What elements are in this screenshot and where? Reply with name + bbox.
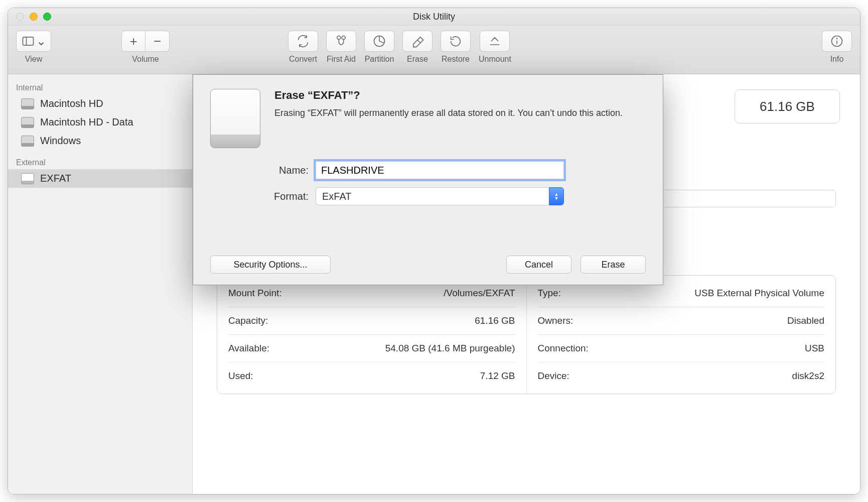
- window-title: Disk Utility: [8, 12, 860, 22]
- name-label: Name:: [210, 165, 316, 176]
- view-button[interactable]: ⌄: [16, 31, 51, 52]
- svg-point-3: [342, 36, 345, 40]
- sidebar-item-macintosh-hd[interactable]: Macintosh HD: [8, 94, 192, 113]
- erase-confirm-button[interactable]: Erase: [581, 256, 646, 274]
- remove-volume-button[interactable]: −: [146, 31, 170, 52]
- info-button[interactable]: [822, 31, 852, 52]
- erase-icon: [410, 34, 424, 48]
- info-row: Owners:Disabled: [538, 307, 825, 335]
- restore-label: Restore: [442, 55, 470, 64]
- disk-utility-window: Disk Utility ⌄ View + − Volume Conve: [8, 8, 860, 494]
- info-value: Disabled: [787, 315, 824, 326]
- sidebar-item-exfat[interactable]: EXFAT: [8, 169, 192, 188]
- plus-icon: +: [129, 34, 137, 49]
- info-col-left: Mount Point:/Volumes/EXFAT Capacity:61.1…: [217, 276, 527, 394]
- info-col-right: Type:USB External Physical Volume Owners…: [527, 276, 836, 394]
- info-value: 61.16 GB: [475, 315, 515, 326]
- unmount-button[interactable]: [480, 31, 510, 52]
- erase-dialog: Erase “EXFAT”? Erasing “EXFAT” will perm…: [193, 74, 663, 285]
- view-label: View: [25, 55, 42, 64]
- internal-disk-icon: [21, 136, 34, 147]
- first-aid-button[interactable]: [326, 31, 356, 52]
- minus-icon: −: [154, 34, 161, 49]
- info-label: Info: [830, 55, 844, 64]
- sidebar-item-macintosh-hd-data[interactable]: Macintosh HD - Data: [8, 113, 192, 132]
- sidebar-item-label: Macintosh HD - Data: [40, 116, 133, 128]
- convert-button[interactable]: [288, 31, 318, 52]
- info-icon: [830, 34, 844, 48]
- partition-button[interactable]: [364, 31, 394, 52]
- sidebar-item-label: Windows: [40, 135, 81, 147]
- info-table: Mount Point:/Volumes/EXFAT Capacity:61.1…: [217, 275, 836, 394]
- sidebar: Internal Macintosh HD Macintosh HD - Dat…: [8, 74, 193, 494]
- first-aid-icon: [334, 34, 348, 48]
- titlebar: Disk Utility: [8, 8, 860, 26]
- sidebar-item-label: EXFAT: [40, 173, 71, 184]
- partition-icon: [372, 34, 386, 48]
- sidebar-icon: [21, 34, 35, 48]
- info-row: Used:7.12 GB: [228, 362, 515, 390]
- unmount-label: Unmount: [479, 55, 511, 64]
- info-value: /Volumes/EXFAT: [444, 288, 515, 299]
- format-label: Format:: [210, 191, 316, 202]
- info-label: Device:: [538, 370, 569, 382]
- info-value: USB External Physical Volume: [694, 288, 824, 299]
- erase-button[interactable]: [402, 31, 432, 52]
- unmount-icon: [488, 34, 502, 48]
- external-disk-icon: [21, 173, 34, 184]
- info-value: disk2s2: [792, 370, 824, 382]
- cancel-button[interactable]: Cancel: [506, 256, 571, 274]
- first-aid-label: First Aid: [327, 55, 356, 64]
- convert-icon: [296, 34, 310, 48]
- select-arrows-icon: ▲▼: [549, 187, 564, 205]
- info-label: Owners:: [538, 315, 573, 326]
- format-select[interactable]: ExFAT ▲▼: [316, 187, 564, 205]
- info-label: Type:: [538, 288, 561, 299]
- security-options-button[interactable]: Security Options...: [210, 256, 331, 274]
- volume-label: Volume: [132, 55, 159, 64]
- info-value: USB: [805, 343, 824, 354]
- name-input[interactable]: [316, 161, 564, 179]
- toolbar: ⌄ View + − Volume Convert First Aid: [8, 26, 860, 74]
- chevron-down-icon: ⌄: [36, 34, 46, 48]
- svg-rect-0: [23, 37, 34, 45]
- capacity-chip: 61.16 GB: [735, 89, 840, 123]
- add-volume-button[interactable]: +: [121, 31, 146, 52]
- info-label: Connection:: [538, 343, 589, 354]
- info-label: Available:: [228, 343, 269, 354]
- info-value: 7.12 GB: [480, 370, 515, 382]
- sidebar-external-header: External: [8, 155, 192, 169]
- external-drive-icon: [210, 89, 260, 148]
- restore-icon: [449, 34, 463, 48]
- restore-button[interactable]: [441, 31, 471, 52]
- info-value: 54.08 GB (41.6 MB purgeable): [385, 343, 515, 354]
- dialog-description: Erasing “EXFAT” will permanently erase a…: [274, 107, 623, 119]
- info-row: Connection:USB: [538, 335, 825, 362]
- dialog-title: Erase “EXFAT”?: [274, 89, 623, 102]
- svg-point-2: [337, 36, 341, 40]
- internal-disk-icon: [21, 98, 34, 109]
- convert-label: Convert: [289, 55, 317, 64]
- internal-disk-icon: [21, 117, 34, 128]
- svg-point-10: [836, 38, 837, 39]
- info-label: Mount Point:: [228, 288, 282, 299]
- main-panel: 61.16 GB Mount Point:/Volumes/EXFAT Capa…: [193, 74, 860, 494]
- partition-label: Partition: [365, 55, 394, 64]
- content: Internal Macintosh HD Macintosh HD - Dat…: [8, 74, 860, 494]
- info-row: Capacity:61.16 GB: [228, 307, 515, 335]
- format-value: ExFAT: [316, 187, 549, 205]
- info-label: Used:: [228, 370, 253, 382]
- info-label: Capacity:: [228, 315, 268, 326]
- info-row: Available:54.08 GB (41.6 MB purgeable): [228, 335, 515, 362]
- info-row: Device:disk2s2: [538, 362, 825, 390]
- svg-line-6: [379, 41, 384, 43]
- sidebar-item-windows[interactable]: Windows: [8, 132, 192, 150]
- erase-label: Erase: [407, 55, 428, 64]
- sidebar-item-label: Macintosh HD: [40, 98, 103, 109]
- sidebar-internal-header: Internal: [8, 80, 192, 94]
